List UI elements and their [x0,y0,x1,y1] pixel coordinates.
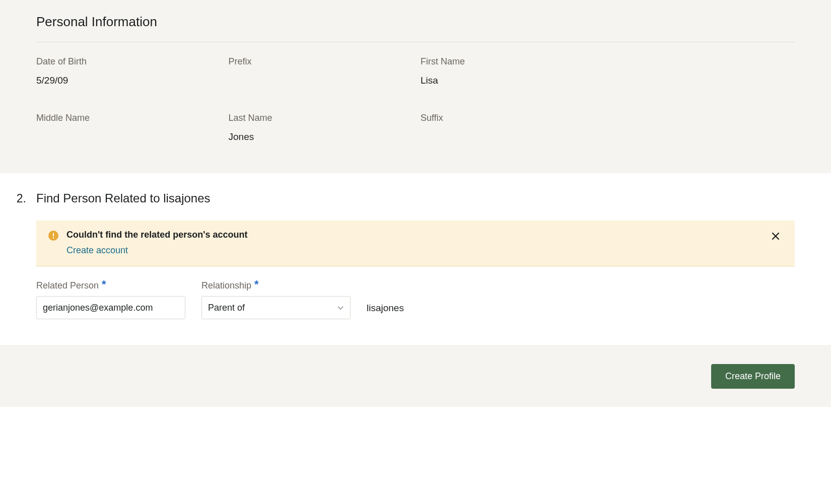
alert-content: Couldn't find the related person's accou… [66,230,760,256]
label-dob: Date of Birth [36,56,219,67]
divider [36,42,795,42]
value-dob: 5/29/09 [36,75,219,86]
required-indicator: * [102,281,106,287]
relationship-select-value: Parent of [201,296,351,319]
step-header: 2. Find Person Related to lisajones [14,191,795,205]
field-prefix: Prefix [229,56,411,87]
relationship-field: Relationship * Parent of [201,280,351,319]
relationship-label-text: Relationship [201,280,251,291]
relationship-select[interactable]: Parent of [201,296,351,319]
value-first-name: Lisa [421,75,603,86]
field-middle-name: Middle Name [36,113,219,143]
value-last-name: Jones [229,131,411,142]
personal-information-section: Personal Information Date of Birth 5/29/… [0,0,831,173]
related-person-label: Related Person * [36,280,185,291]
label-middle-name: Middle Name [36,113,219,123]
related-person-input[interactable] [36,296,185,319]
personal-information-heading: Personal Information [36,8,795,42]
related-person-field: Related Person * [36,280,185,319]
svg-point-2 [53,237,54,239]
label-first-name: First Name [421,56,603,67]
create-profile-button[interactable]: Create Profile [711,364,795,389]
alert-close-button[interactable] [769,230,783,244]
alert-warning: Couldn't find the related person's accou… [36,221,795,266]
field-first-name: First Name Lisa [421,56,603,87]
required-indicator: * [254,281,259,287]
relationship-label: Relationship * [201,280,351,291]
related-person-label-text: Related Person [36,280,99,291]
find-related-person-section: 2. Find Person Related to lisajones Coul… [0,173,831,345]
create-account-link[interactable]: Create account [66,245,128,255]
personal-info-grid: Date of Birth 5/29/09 Prefix First Name … [36,56,795,143]
close-icon [772,233,779,241]
label-last-name: Last Name [229,113,411,123]
step-title: Find Person Related to lisajones [36,191,211,205]
step-body: Couldn't find the related person's accou… [36,221,795,319]
warning-icon [48,231,58,241]
relationship-target: lisajones [367,303,404,319]
svg-rect-1 [53,233,54,237]
footer-actions: Create Profile [0,345,831,407]
alert-title: Couldn't find the related person's accou… [66,230,760,240]
field-empty-r2c4 [613,113,795,143]
related-person-form: Related Person * Relationship * Parent o… [36,280,795,319]
field-suffix: Suffix [421,113,603,143]
field-dob: Date of Birth 5/29/09 [36,56,219,87]
label-prefix: Prefix [229,56,411,67]
step-number: 2. [14,192,26,205]
field-last-name: Last Name Jones [229,113,411,143]
field-empty-r1c4 [613,56,795,87]
label-suffix: Suffix [421,113,603,123]
